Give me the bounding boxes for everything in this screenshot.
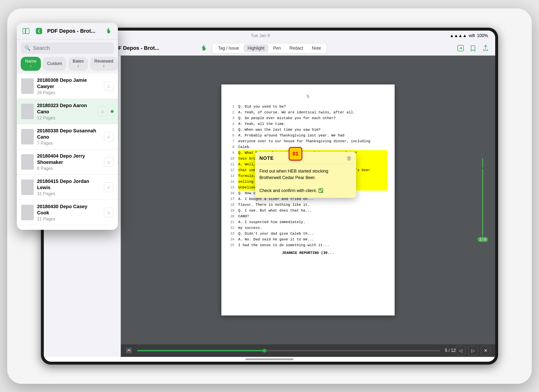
pdf-line-22: 22 my success. [229, 225, 387, 231]
mobile-back-button[interactable] [34, 26, 44, 36]
mobile-selected-dot [111, 110, 114, 113]
pdf-line-2: 2 A. Yeah, of course. We are identical t… [229, 110, 387, 116]
home-bar [245, 358, 294, 360]
highlight-button[interactable]: Highlight [244, 44, 268, 52]
mobile-file-search-1[interactable]: ⌕ [104, 81, 114, 91]
battery-icon: 100% [477, 33, 488, 38]
progress-thumb [263, 349, 266, 353]
pdf-line-1: 1 Q. Did you used to be? [229, 104, 387, 110]
mobile-file-pages-3: 7 Pages [37, 141, 101, 146]
tag-issue-button[interactable]: Tag / Issue [214, 44, 243, 52]
pdf-line-25: 25 I had the sense to do something with … [229, 243, 387, 248]
mobile-file-search-6[interactable]: ⌕ [104, 208, 114, 217]
mobile-file-item-6[interactable]: 20180430 Depo Casey Cook 21 Pages ⌕ [17, 200, 118, 225]
scroll-top-arrow [482, 158, 483, 168]
mobile-file-name-3: 20180330 Depo Susannah Cano [37, 128, 101, 140]
bookmark-button[interactable] [468, 43, 478, 53]
mobile-sort-reviewed[interactable]: Reviewed ↑ [90, 57, 118, 71]
share-button[interactable] [481, 43, 490, 53]
mobile-sort-bates[interactable]: Bates ↑ [68, 57, 88, 71]
note-line1: Find out when HEB started stocking [259, 169, 328, 174]
mobile-header: PDF Depos - Brot... [17, 23, 118, 39]
mobile-panel: PDF Depos - Brot... 🔍 Name ↑ Custom Bate… [17, 23, 118, 230]
pdf-line-19: 19 Q. I see. But what does that ha... [229, 208, 387, 214]
mobile-file-thumb [21, 78, 34, 94]
hand-tool-button[interactable] [199, 43, 209, 53]
mobile-file-info: 20180308 Depo Jamie Cawyer 26 Pages [37, 77, 101, 95]
mobile-file-pages-1: 26 Pages [37, 90, 101, 95]
mobile-file-search-2[interactable]: ⌕ [98, 107, 107, 116]
bottom-nav-buttons: ◁ ▷ ✕ [456, 346, 490, 355]
export-button[interactable] [456, 43, 465, 53]
mobile-file-item-4[interactable]: 20180404 Depo Jerry Shoemaker 8 Pages ⌕ [17, 149, 118, 175]
svg-rect-14 [36, 28, 42, 34]
progress-bar[interactable] [137, 350, 440, 351]
note-line2: Brotherwell Cedar Pear Beer. [259, 175, 316, 180]
note-delete-button[interactable]: 🗑 [346, 155, 352, 161]
mobile-file-item-3[interactable]: 20180330 Depo Susannah Cano 7 Pages ⌕ [17, 124, 118, 149]
mobile-file-name-2: 20180323 Depo Aaron Cano [37, 102, 94, 115]
mobile-file-name-5: 20180415 Depo Jordan Lewis [37, 178, 101, 191]
mobile-search-bar[interactable]: 🔍 [21, 42, 114, 54]
mobile-search-icon: 🔍 [25, 45, 31, 51]
note-header: NOTE 🗑 [255, 152, 356, 164]
status-date: Tue Jan 9 [251, 33, 270, 38]
pdf-line-8: 8 Caleb. [229, 144, 387, 150]
svg-rect-13 [26, 28, 29, 34]
page-indicator: 5 / 12 [445, 348, 456, 353]
pdf-line-24: 24 A. No. Dad said he gave it to me... [229, 237, 387, 243]
pen-button[interactable]: Pen [269, 44, 285, 52]
mobile-file-pages-5: 31 Pages [37, 191, 101, 196]
nav-arrows [126, 347, 132, 354]
note-badge: 01 [289, 147, 302, 161]
mobile-file-pages-4: 8 Pages [37, 166, 101, 171]
mobile-file-thumb [21, 104, 34, 119]
mobile-file-thumb [21, 154, 34, 170]
pdf-line-4: 4 A. Yeah, all the time. [229, 121, 387, 127]
mobile-hand-button[interactable] [104, 26, 114, 36]
pdf-viewer: 2 / 6 5 1 Q. Did you used to be? [121, 56, 495, 357]
mobile-file-search-5[interactable]: ⌕ [104, 182, 114, 192]
mobile-file-thumb [21, 129, 34, 144]
mobile-file-pages-2: 12 Pages [37, 116, 94, 121]
mobile-file-info: 20180415 Depo Jordan Lewis 31 Pages [37, 178, 101, 196]
outer-frame: 9:41 AM Tue Jan 9 ▲▲▲▲ wifi 100% [7, 8, 532, 384]
mobile-file-list: 20180308 Depo Jamie Cawyer 26 Pages ⌕ 20… [17, 74, 118, 230]
mobile-sidebar-toggle[interactable] [21, 26, 31, 36]
pdf-page-area: 2 / 6 5 1 Q. Did you used to be? [121, 56, 495, 344]
pdf-line-3: 3 Q. Do people ever mistake you for each… [229, 116, 387, 121]
note-body: Find out when HEB started stocking Broth… [255, 164, 356, 198]
note-button[interactable]: Note [308, 44, 325, 52]
close-button[interactable]: ✕ [481, 346, 490, 355]
up-arrow-icon[interactable] [126, 347, 132, 354]
signal-icon: ▲▲▲▲ [450, 33, 467, 38]
mobile-sort-custom[interactable]: Custom [43, 57, 66, 71]
mobile-search-input[interactable] [33, 45, 110, 51]
pdf-footer: JEANNIE REPORTING (30... [229, 250, 387, 256]
mobile-file-item-2[interactable]: 20180323 Depo Aaron Cano 12 Pages ⌕ [17, 99, 118, 124]
note-line4: Check and confirm with client. ✅ [259, 188, 323, 193]
svg-rect-12 [23, 28, 25, 34]
status-icons: ▲▲▲▲ wifi 100% [450, 33, 488, 38]
pdf-line-6: 6 A. Probably around Thanksgiving last y… [229, 133, 387, 139]
mobile-file-item-1[interactable]: 20180308 Depo Jamie Cawyer 26 Pages ⌕ [17, 74, 118, 99]
mobile-file-item-5[interactable]: 20180415 Depo Jordan Lewis 31 Pages ⌕ [17, 175, 118, 200]
wifi-icon: wifi [469, 33, 475, 38]
pdf-line-20: 20 CANO? [229, 214, 387, 219]
next-page-button[interactable]: ▷ [468, 346, 478, 355]
mobile-sort-buttons: Name ↑ Custom Bates ↑ Reviewed ↑ [17, 57, 118, 74]
mobile-file-name-4: 20180404 Depo Jerry Shoemaker [37, 153, 101, 165]
mobile-file-search-3[interactable]: ⌕ [104, 132, 114, 141]
mobile-file-name-1: 20180308 Depo Jamie Cawyer [37, 77, 101, 90]
mobile-file-info: 20180323 Depo Aaron Cano 12 Pages [37, 102, 94, 121]
svg-rect-11 [126, 348, 132, 353]
mobile-file-search-4[interactable]: ⌕ [104, 157, 114, 167]
mobile-sort-name[interactable]: Name ↑ [21, 57, 41, 71]
redact-button[interactable]: Redact [286, 44, 307, 52]
pdf-line-5: 5 Q. When was the last time you saw him? [229, 127, 387, 133]
note-title: NOTE [259, 155, 274, 161]
prev-page-button[interactable]: ◁ [456, 346, 465, 355]
annotation-tools: Tag / Issue Highlight Pen Redact Note [212, 43, 327, 53]
mobile-file-thumb [21, 180, 34, 195]
mobile-file-info: 20180330 Depo Susannah Cano 7 Pages [37, 128, 101, 146]
